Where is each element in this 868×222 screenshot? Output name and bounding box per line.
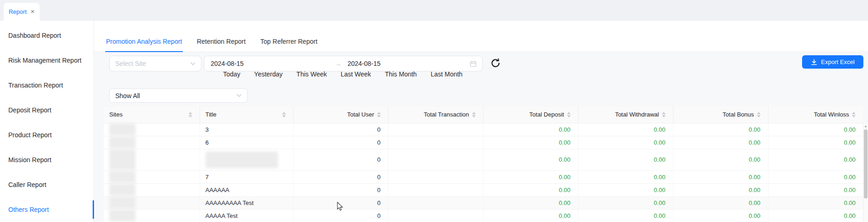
export-excel-button[interactable]: Export Excel (802, 55, 863, 69)
cell-total-deposit: 0.00 (483, 183, 578, 196)
date-end-input[interactable]: 2024-08-15 (348, 60, 381, 67)
cell-title: AAAAAAAAA Test (200, 196, 293, 209)
sort-icon[interactable] (662, 112, 666, 117)
quick-link-this-month[interactable]: This Month (385, 70, 417, 80)
cell-title (200, 149, 293, 170)
table-row[interactable]: 00.000.000.000.00 (104, 149, 863, 170)
tab-promotion-analysis-report[interactable]: Promotion Analysis Report (105, 38, 183, 52)
report-table: SitesTitleTotal UserTotal TransactionTot… (104, 106, 863, 222)
date-range-picker[interactable]: 2024-08-15 → 2024-08-15 (204, 56, 483, 71)
cell-total-withdrawal: 0.00 (578, 209, 673, 222)
quick-link-yesterday[interactable]: Yesterday (254, 70, 283, 80)
site-select[interactable]: Select Site (109, 56, 201, 71)
sidebar-item-mission-report[interactable]: Mission Report (0, 147, 94, 172)
cell-site (104, 170, 200, 183)
cell-title: 3 (200, 123, 293, 136)
sort-icon[interactable] (567, 112, 571, 117)
sort-icon[interactable] (852, 112, 856, 117)
table-row[interactable]: AAAAAAAAA Test00.000.000.000.00 (104, 196, 863, 209)
cell-total-deposit: 0.00 (483, 196, 578, 209)
close-icon[interactable]: ✕ (30, 9, 35, 14)
sidebar-item-deposit-report[interactable]: Deposit Report (0, 98, 94, 123)
cell-total-bonus: 0.00 (673, 170, 768, 183)
chevron-down-icon (236, 94, 242, 97)
cell-title: AAAAA Test (200, 209, 293, 222)
column-label: Total Withdrawal (615, 111, 659, 118)
redacted-site-value (109, 136, 136, 148)
sidebar-item-dashboard-report[interactable]: Dashboard Report (0, 23, 94, 48)
sidebar-item-label: Product Report (8, 131, 52, 139)
cell-total-deposit: 0.00 (483, 123, 578, 136)
quick-link-this-week[interactable]: This Week (296, 70, 327, 80)
cell-total-bonus: 0.00 (673, 183, 768, 196)
column-label: Total Transaction (424, 111, 469, 118)
cell-total-bonus: 0.00 (673, 196, 768, 209)
cell-total-winloss: 0.00 (768, 149, 863, 170)
sort-icon[interactable] (377, 112, 381, 117)
table-row[interactable]: 300.000.000.000.00 (104, 123, 863, 136)
cell-site (104, 136, 200, 149)
cell-site (104, 123, 200, 136)
quick-link-last-week[interactable]: Last Week (341, 70, 371, 80)
tab-retention-report[interactable]: Retention Report (196, 38, 247, 52)
cell-total-user: 0 (293, 183, 388, 196)
cell-total-transaction (388, 123, 483, 136)
sidebar-item-others-report[interactable]: Others Report (0, 197, 94, 222)
column-header-title[interactable]: Title (200, 106, 293, 123)
column-header-total-winloss[interactable]: Total Winloss (768, 106, 863, 123)
scrollbar-thumb[interactable] (864, 129, 868, 199)
column-label: Sites (109, 111, 123, 118)
quick-link-last-month[interactable]: Last Month (431, 70, 462, 80)
column-header-total-bonus[interactable]: Total Bonus (673, 106, 768, 123)
cell-total-winloss: 0.00 (768, 136, 863, 149)
cell-total-bonus: 0.00 (673, 136, 768, 149)
redacted-site-value (109, 123, 136, 135)
scroll-up-icon[interactable]: ▲ (863, 123, 868, 129)
table-scrollbar[interactable]: ▲ (863, 123, 868, 222)
redacted-site-value (109, 149, 136, 170)
cell-site (104, 149, 200, 170)
table-row[interactable]: 600.000.000.000.00 (104, 136, 863, 149)
cell-total-winloss: 0.00 (768, 209, 863, 222)
quick-link-today[interactable]: Today (223, 70, 240, 80)
tab-top-referrer-report[interactable]: Top Referrer Report (260, 38, 319, 52)
sidebar-item-transaction-report[interactable]: Transaction Report (0, 73, 94, 98)
column-header-total-withdrawal[interactable]: Total Withdrawal (578, 106, 673, 123)
sidebar-item-risk-management-report[interactable]: Risk Management Report (0, 48, 94, 73)
cell-total-withdrawal: 0.00 (578, 183, 673, 196)
cell-title: 6 (200, 136, 293, 149)
sort-icon[interactable] (282, 112, 286, 117)
cell-site (104, 183, 200, 196)
cell-total-withdrawal: 0.00 (578, 123, 673, 136)
column-label: Total Deposit (529, 111, 564, 118)
column-header-sites[interactable]: Sites (104, 106, 200, 123)
column-header-total-transaction[interactable]: Total Transaction (388, 106, 483, 123)
date-start-input[interactable]: 2024-08-15 (211, 60, 244, 67)
cell-total-withdrawal: 0.00 (578, 149, 673, 170)
cell-total-transaction (388, 136, 483, 149)
column-label: Total User (347, 111, 374, 118)
column-header-total-user[interactable]: Total User (293, 106, 388, 123)
show-filter-select[interactable]: Show All (109, 88, 248, 103)
cell-total-transaction (388, 170, 483, 183)
show-filter-value: Show All (115, 92, 140, 99)
report-tabs: Promotion Analysis ReportRetention Repor… (94, 21, 868, 52)
download-icon (811, 59, 817, 65)
table-row[interactable]: AAAAA Test00.000.000.000.00 (104, 209, 863, 222)
table-row[interactable]: AAAAAA00.000.000.000.00 (104, 183, 863, 196)
sidebar-item-label: Dashboard Report (8, 32, 61, 39)
column-header-total-deposit[interactable]: Total Deposit (483, 106, 578, 123)
cell-total-deposit: 0.00 (483, 149, 578, 170)
sidebar-item-caller-report[interactable]: Caller Report (0, 172, 94, 197)
cell-total-transaction (388, 196, 483, 209)
sort-icon[interactable] (189, 112, 192, 117)
sort-icon[interactable] (757, 112, 761, 117)
browser-tab-report[interactable]: Report ✕ (4, 3, 40, 21)
cell-total-user: 0 (293, 209, 388, 222)
sidebar-item-product-report[interactable]: Product Report (0, 123, 94, 147)
sort-icon[interactable] (472, 112, 476, 117)
cell-total-withdrawal: 0.00 (578, 170, 673, 183)
cell-total-user: 0 (293, 196, 388, 209)
table-row[interactable]: 700.000.000.000.00 (104, 170, 863, 183)
refresh-button[interactable] (489, 56, 502, 70)
